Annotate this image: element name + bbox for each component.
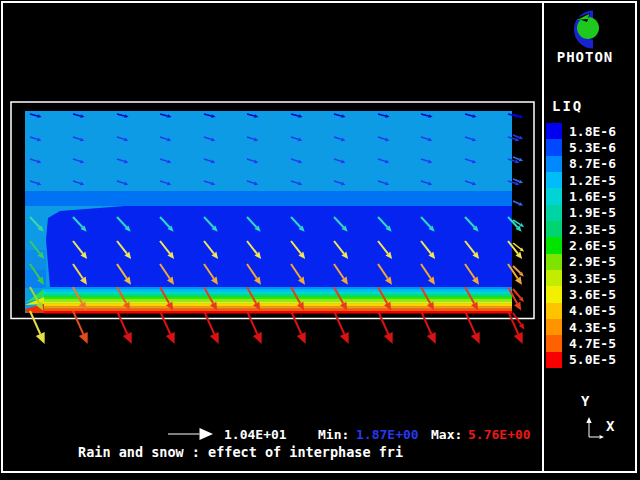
legend-value-label: 3.3E-5 bbox=[569, 271, 616, 286]
legend-value-label: 5.3E-6 bbox=[569, 140, 616, 155]
photon-logo-label: PHOTON bbox=[548, 49, 622, 65]
legend-color-swatch bbox=[546, 270, 562, 286]
legend-value-label: 1.8E-6 bbox=[569, 124, 616, 139]
legend-entry: 4.7E-5 bbox=[546, 335, 616, 351]
legend-value-label: 4.0E-5 bbox=[569, 303, 616, 318]
legend-value-label: 3.6E-5 bbox=[569, 287, 616, 302]
legend-color-swatch bbox=[546, 237, 562, 253]
photon-logo-icon bbox=[563, 8, 607, 50]
legend-entry: 1.9E-5 bbox=[546, 205, 616, 221]
legend-entry: 3.3E-5 bbox=[546, 270, 616, 286]
legend-value-label: 5.0E-5 bbox=[569, 352, 616, 367]
legend-value-label: 4.3E-5 bbox=[569, 320, 616, 335]
legend-color-swatch bbox=[546, 254, 562, 270]
legend-entry: 8.7E-6 bbox=[546, 156, 616, 172]
legend-color-swatch bbox=[546, 188, 562, 204]
photon-window: PHOTON LIQ 1.8E-65.3E-68.7E-61.2E-51.6E-… bbox=[0, 0, 640, 480]
max-label: Max: bbox=[431, 427, 462, 442]
legend-color-swatch bbox=[546, 156, 562, 172]
legend-value-label: 1.9E-5 bbox=[569, 205, 616, 220]
legend-value-label: 2.9E-5 bbox=[569, 254, 616, 269]
legend-entry: 4.3E-5 bbox=[546, 319, 616, 335]
vector-scale-value: 1.04E+01 bbox=[224, 427, 287, 442]
legend-value-label: 4.7E-5 bbox=[569, 336, 616, 351]
legend-color-swatch bbox=[546, 335, 562, 351]
min-label: Min: bbox=[318, 427, 349, 442]
min-value: 1.87E+00 bbox=[356, 427, 419, 442]
legend-color-swatch bbox=[546, 205, 562, 221]
legend-value-label: 1.2E-5 bbox=[569, 173, 616, 188]
legend-value-label: 8.7E-6 bbox=[569, 156, 616, 171]
plot-caption: Rain and snow : effect of interphase fri bbox=[78, 445, 403, 460]
x-axis-label: X bbox=[606, 419, 614, 434]
legend-title: LIQ bbox=[552, 98, 583, 114]
legend-entry: 5.0E-5 bbox=[546, 352, 616, 368]
legend-scale: 1.8E-65.3E-68.7E-61.2E-51.6E-51.9E-52.3E… bbox=[546, 123, 616, 368]
contour-vector-plot bbox=[0, 0, 640, 480]
legend-entry: 1.2E-5 bbox=[546, 172, 616, 188]
max-value: 5.76E+00 bbox=[468, 427, 531, 442]
legend-entry: 1.8E-6 bbox=[546, 123, 616, 139]
legend-color-swatch bbox=[546, 352, 562, 368]
legend-value-label: 2.6E-5 bbox=[569, 238, 616, 253]
legend-color-swatch bbox=[546, 319, 562, 335]
legend-color-swatch bbox=[546, 123, 562, 139]
legend-color-swatch bbox=[546, 172, 562, 188]
y-axis-label: Y bbox=[581, 394, 589, 409]
logo-ball bbox=[577, 17, 599, 39]
legend-color-swatch bbox=[546, 139, 562, 155]
panel-divider bbox=[542, 2, 544, 471]
legend-color-swatch bbox=[546, 286, 562, 302]
legend-color-swatch bbox=[546, 221, 562, 237]
legend-entry: 2.3E-5 bbox=[546, 221, 616, 237]
legend-entry: 1.6E-5 bbox=[546, 188, 616, 204]
legend-color-swatch bbox=[546, 303, 562, 319]
legend-entry: 3.6E-5 bbox=[546, 286, 616, 302]
legend-entry: 2.9E-5 bbox=[546, 254, 616, 270]
legend-value-label: 1.6E-5 bbox=[569, 189, 616, 204]
legend-entry: 2.6E-5 bbox=[546, 237, 616, 253]
legend-entry: 4.0E-5 bbox=[546, 303, 616, 319]
legend-value-label: 2.3E-5 bbox=[569, 222, 616, 237]
legend-entry: 5.3E-6 bbox=[546, 139, 616, 155]
